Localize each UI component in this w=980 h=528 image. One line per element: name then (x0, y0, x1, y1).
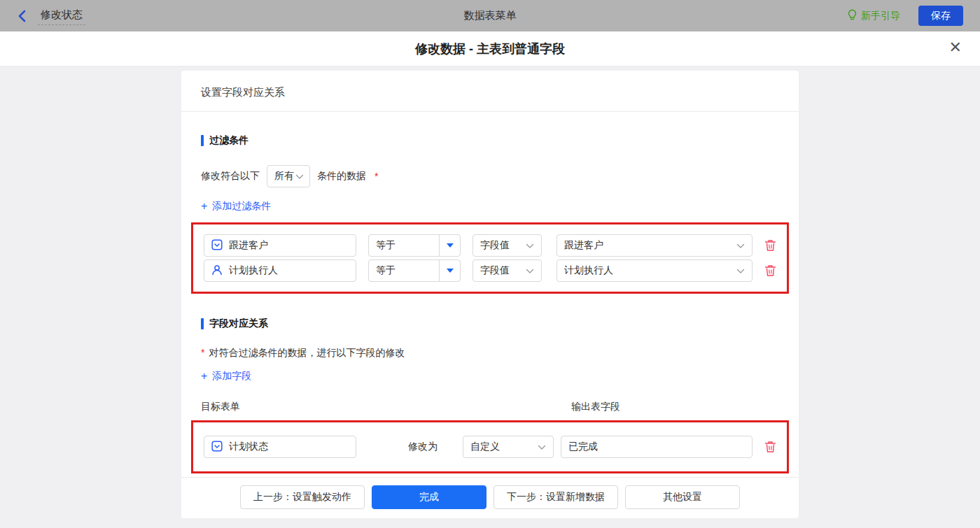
close-icon[interactable]: ✕ (949, 40, 962, 55)
match-mode-value: 所有 (274, 170, 294, 183)
value-select[interactable]: 计划执行人 (556, 259, 752, 282)
add-field-link[interactable]: + 添加字段 (201, 370, 251, 383)
filter-field-label: 跟进客户 (229, 239, 268, 252)
filter-rows-highlight-box: 跟进客户 等于 字段值 跟进客户 (191, 222, 789, 294)
operator-select[interactable]: 等于 (368, 259, 461, 282)
back-button[interactable] (17, 10, 28, 22)
caret-down-icon (439, 235, 460, 256)
operator-select[interactable]: 等于 (368, 234, 461, 257)
chevron-down-icon (526, 265, 534, 276)
operator-value: 等于 (369, 235, 439, 256)
target-field-select[interactable]: 计划状态 (204, 436, 356, 458)
filter-row: 跟进客户 等于 字段值 跟进客户 (204, 234, 776, 257)
next-step-button[interactable]: 下一步：设置新增数据 (493, 485, 618, 509)
caret-down-icon (439, 260, 460, 281)
chevron-down-icon (538, 441, 546, 452)
required-asterisk: * (374, 171, 378, 182)
topbar: 数据表菜单 修改状态 新手引导 保存 (0, 0, 980, 31)
delete-row-button[interactable] (764, 264, 776, 277)
mode-select[interactable]: 自定义 (463, 436, 554, 458)
target-field-label: 计划状态 (229, 441, 268, 453)
add-field-label: 添加字段 (212, 370, 251, 383)
chevron-down-icon (526, 240, 534, 251)
custom-value-input[interactable] (561, 436, 752, 458)
plus-icon: + (201, 201, 207, 212)
value-label: 计划执行人 (564, 264, 613, 277)
plus-icon: + (201, 371, 207, 382)
match-suffix-label: 条件的数据 (317, 170, 366, 183)
save-button[interactable]: 保存 (918, 6, 963, 26)
delete-row-button[interactable] (764, 441, 776, 453)
required-asterisk: * (201, 347, 204, 358)
modify-to-label: 修改为 (408, 441, 438, 453)
operator-value: 等于 (369, 260, 439, 281)
match-mode-select[interactable]: 所有 (267, 165, 310, 187)
lightbulb-icon (847, 9, 858, 23)
mapping-description-text: 对符合过滤条件的数据，进行以下字段的修改 (209, 347, 405, 359)
match-condition-row: 修改符合以下 所有 条件的数据 * (201, 165, 779, 187)
mapping-section-title: 字段对应关系 (201, 317, 779, 330)
mapping-description: * 对符合过滤条件的数据，进行以下字段的修改 (201, 347, 779, 359)
section-accent-bar (201, 135, 204, 146)
filter-field-select[interactable]: 计划执行人 (204, 259, 356, 282)
card-footer: 上一步：设置触发动作 完成 下一步：设置新增数据 其他设置 (181, 477, 799, 518)
prev-step-button[interactable]: 上一步：设置触发动作 (240, 485, 365, 509)
modal-body: 设置字段对应关系 过滤条件 修改符合以下 所有 条件的数据 * + (0, 66, 980, 528)
flow-name-editable[interactable]: 修改状态 (38, 7, 85, 25)
delete-row-button[interactable] (764, 239, 776, 252)
value-type-select[interactable]: 字段值 (472, 234, 542, 257)
guide-label: 新手引导 (861, 10, 900, 22)
modal-header: 修改数据 - 主表到普通字段 ✕ (0, 31, 980, 66)
mapping-section-label: 字段对应关系 (209, 317, 268, 330)
chevron-left-icon (17, 10, 28, 22)
mapping-row-highlight-box: 计划状态 修改为 自定义 (191, 420, 789, 473)
chevron-down-icon (295, 171, 304, 182)
chevron-down-icon (736, 240, 745, 251)
add-filter-label: 添加过滤条件 (212, 200, 271, 213)
value-select[interactable]: 跟进客户 (556, 234, 752, 257)
other-settings-button[interactable]: 其他设置 (625, 485, 740, 509)
done-button[interactable]: 完成 (372, 485, 486, 509)
mode-label: 自定义 (470, 441, 500, 453)
chevron-down-icon (736, 265, 745, 276)
select-field-icon (211, 239, 223, 252)
value-type-label: 字段值 (480, 239, 510, 252)
mapping-row: 计划状态 修改为 自定义 (204, 436, 776, 458)
add-filter-condition-link[interactable]: + 添加过滤条件 (201, 200, 271, 213)
filter-section-title: 过滤条件 (201, 134, 779, 147)
card-title: 设置字段对应关系 (181, 71, 799, 112)
value-type-label: 字段值 (480, 264, 510, 277)
user-field-icon (211, 264, 223, 278)
section-accent-bar (201, 318, 204, 329)
modal-title: 修改数据 - 主表到普通字段 (415, 41, 565, 57)
match-prefix-label: 修改符合以下 (201, 170, 260, 183)
filter-field-select[interactable]: 跟进客户 (204, 234, 356, 257)
output-field-header: 输出表字段 (571, 401, 620, 413)
beginner-guide-link[interactable]: 新手引导 (847, 9, 900, 23)
settings-card: 设置字段对应关系 过滤条件 修改符合以下 所有 条件的数据 * + (181, 71, 799, 518)
target-form-header: 目标表单 (201, 401, 240, 412)
filter-section-label: 过滤条件 (209, 134, 248, 147)
app-title: 数据表菜单 (0, 9, 980, 22)
filter-row: 计划执行人 等于 字段值 计划执行人 (204, 259, 776, 282)
filter-field-label: 计划执行人 (229, 264, 278, 277)
value-type-select[interactable]: 字段值 (472, 259, 542, 282)
mapping-column-headers: 目标表单 输出表字段 (201, 401, 779, 415)
select-field-icon (211, 441, 223, 454)
value-label: 跟进客户 (564, 239, 603, 252)
